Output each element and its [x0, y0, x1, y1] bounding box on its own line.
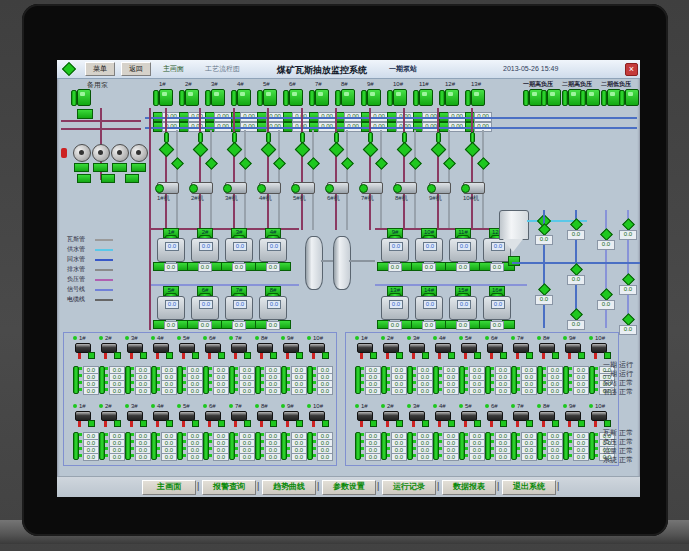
readout-dot: [387, 454, 390, 457]
readout-dot: [209, 454, 212, 457]
hopper-valve-icon[interactable]: [508, 256, 520, 266]
drain-valve-icon[interactable]: [227, 142, 243, 158]
pump-skid-unit[interactable]: 0.0: [381, 238, 409, 262]
device-label: 10#: [595, 403, 605, 410]
pump-skid-unit[interactable]: 0.0: [157, 238, 185, 262]
spare-pump-icon[interactable]: [77, 89, 91, 106]
top-pump-icon[interactable]: [471, 89, 485, 106]
pump-skid-unit[interactable]: 0.0: [259, 238, 287, 262]
device-aux-dot: [270, 352, 277, 359]
readout-dot: [491, 447, 494, 450]
top-pump-icon[interactable]: [159, 89, 173, 106]
bypass-valve-icon[interactable]: [477, 157, 490, 170]
line-valve-icon[interactable]: [570, 263, 583, 276]
top-pump-icon[interactable]: [211, 89, 225, 106]
bypass-valve-icon[interactable]: [409, 157, 422, 170]
device-status-dot: [563, 404, 567, 408]
top-pump-icon[interactable]: [445, 89, 459, 106]
drain-valve-icon[interactable]: [397, 142, 413, 158]
drain-valve-icon[interactable]: [431, 142, 447, 158]
readout-value: 0.0: [239, 453, 255, 461]
skid-display: 0.0: [423, 242, 437, 251]
skid-display: 0.0: [233, 300, 247, 309]
pump-skid-unit[interactable]: 0.0: [157, 296, 185, 320]
pump-skid-unit[interactable]: 0.0: [415, 238, 443, 262]
top-pump-icon[interactable]: [419, 89, 433, 106]
line-valve-icon[interactable]: [600, 288, 613, 301]
nav-button-2[interactable]: 报警查询: [202, 480, 256, 495]
readout-dot: [261, 447, 264, 450]
drain-valve-icon[interactable]: [261, 142, 277, 158]
device-label: 6#: [209, 403, 216, 410]
gauge-icon[interactable]: [92, 144, 110, 162]
top-pump-icon[interactable]: [263, 89, 277, 106]
device-drip-icon: [568, 353, 571, 359]
readout-value: 0.0: [521, 387, 537, 395]
bypass-valve-icon[interactable]: [239, 157, 252, 170]
alarm-icon[interactable]: [61, 148, 67, 158]
line-valve-icon[interactable]: [622, 218, 635, 231]
readout-dot: [131, 447, 134, 450]
line-valve-icon[interactable]: [622, 273, 635, 286]
nav-button-1[interactable]: 主画面: [142, 480, 196, 495]
pump-skid-unit[interactable]: 0.0: [225, 238, 253, 262]
pump-skid-unit[interactable]: 0.0: [449, 296, 477, 320]
riser-pipe-2: [346, 130, 348, 230]
device-label: 1#: [79, 335, 86, 342]
right-pump-icon[interactable]: [586, 89, 600, 106]
note-line: 二期 运行: [603, 369, 633, 378]
right-pump-icon[interactable]: [547, 89, 561, 106]
line-valve-icon[interactable]: [570, 308, 583, 321]
device-aux-dot: [422, 420, 429, 427]
bypass-valve-icon[interactable]: [171, 157, 184, 170]
gauge-icon[interactable]: [130, 144, 148, 162]
nav-button-5[interactable]: 运行记录: [382, 480, 436, 495]
gauge-icon[interactable]: [111, 144, 129, 162]
pump-skid-unit[interactable]: 0.0: [225, 296, 253, 320]
drain-valve-icon[interactable]: [329, 142, 345, 158]
pump-skid-unit[interactable]: 0.0: [191, 238, 219, 262]
line-valve-icon[interactable]: [622, 313, 635, 326]
top-pump-icon[interactable]: [393, 89, 407, 106]
top-pump-icon[interactable]: [237, 89, 251, 106]
bypass-valve-icon[interactable]: [307, 157, 320, 170]
nav-button-3[interactable]: 趋势曲线: [262, 480, 316, 495]
pump-skid-unit[interactable]: 0.0: [415, 296, 443, 320]
right-pump-icon[interactable]: [625, 89, 639, 106]
device-aux-dot: [500, 420, 507, 427]
bypass-valve-icon[interactable]: [273, 157, 286, 170]
readout-dot: [157, 381, 160, 384]
skid-readout: 0.0: [164, 321, 178, 330]
legend-label: 回水管: [67, 256, 85, 263]
gauge-icon[interactable]: [73, 144, 91, 162]
drain-valve-icon[interactable]: [159, 142, 175, 158]
readout-dot: [235, 367, 238, 370]
skid-readout: 0.0: [456, 263, 470, 272]
drain-valve-icon[interactable]: [363, 142, 379, 158]
pump-skid-unit[interactable]: 0.0: [259, 296, 287, 320]
pump-skid-unit[interactable]: 0.0: [381, 296, 409, 320]
pump-skid-unit[interactable]: 0.0: [449, 238, 477, 262]
bypass-valve-icon[interactable]: [443, 157, 456, 170]
drain-valve-icon[interactable]: [465, 142, 481, 158]
drain-valve-icon[interactable]: [193, 142, 209, 158]
nav-button-6[interactable]: 数据报表: [442, 480, 496, 495]
line-valve-icon[interactable]: [538, 283, 551, 296]
bypass-valve-icon[interactable]: [205, 157, 218, 170]
bypass-valve-icon[interactable]: [341, 157, 354, 170]
line-valve-icon[interactable]: [600, 228, 613, 241]
top-pump-icon[interactable]: [289, 89, 303, 106]
nav-button-4[interactable]: 参数设置: [322, 480, 376, 495]
top-pump-icon[interactable]: [185, 89, 199, 106]
nav-button-7[interactable]: 退出系统: [502, 480, 556, 495]
top-pump-icon[interactable]: [341, 89, 355, 106]
top-pump-icon[interactable]: [315, 89, 329, 106]
top-pump-label: 12#: [445, 81, 455, 88]
pump-skid-unit[interactable]: 0.0: [483, 296, 511, 320]
top-pump-icon[interactable]: [367, 89, 381, 106]
readout-dot: [209, 381, 212, 384]
drain-valve-icon[interactable]: [295, 142, 311, 158]
bypass-valve-icon[interactable]: [375, 157, 388, 170]
device-drip-icon: [260, 353, 263, 359]
pump-skid-unit[interactable]: 0.0: [191, 296, 219, 320]
